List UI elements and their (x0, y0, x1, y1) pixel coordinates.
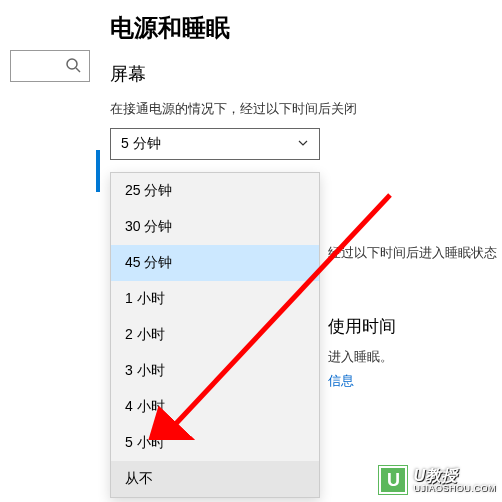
timeout-dropdown-list[interactable]: 25 分钟30 分钟45 分钟1 小时2 小时3 小时4 小时5 小时从不 (110, 172, 320, 498)
watermark-text: U教授 UJIAOSHOU.COM (413, 468, 496, 493)
watermark-url: UJIAOSHOU.COM (413, 484, 496, 493)
dropdown-option[interactable]: 30 分钟 (111, 209, 319, 245)
nav-active-indicator (96, 150, 100, 192)
screen-timeout-dropdown[interactable]: 5 分钟 (110, 128, 320, 160)
dropdown-option[interactable]: 25 分钟 (111, 173, 319, 209)
left-rail (0, 0, 100, 502)
dropdown-option[interactable]: 1 小时 (111, 281, 319, 317)
sleep-timeout-label: 经过以下时间后进入睡眠状态 (328, 244, 497, 262)
info-text: 进入睡眠。 (328, 348, 396, 366)
watermark: U U教授 UJIAOSHOU.COM (379, 466, 496, 494)
dropdown-selected-value: 5 分钟 (121, 135, 161, 153)
search-input[interactable] (10, 50, 90, 82)
search-icon (65, 57, 81, 76)
page-title: 电源和睡眠 (110, 12, 482, 44)
watermark-logo: U (379, 466, 407, 494)
main-content: 电源和睡眠 屏幕 在接通电源的情况下，经过以下时间后关闭 5 分钟 (110, 0, 502, 160)
watermark-logo-letter: U (387, 470, 400, 491)
watermark-brand: U教授 (413, 468, 496, 484)
dropdown-option[interactable]: 2 小时 (111, 317, 319, 353)
dropdown-option[interactable]: 3 小时 (111, 353, 319, 389)
info-title: 使用时间 (328, 315, 396, 338)
dropdown-option[interactable]: 5 小时 (111, 425, 319, 461)
info-block: 使用时间 进入睡眠。 信息 (328, 315, 396, 390)
info-link[interactable]: 信息 (328, 372, 396, 390)
dropdown-option[interactable]: 4 小时 (111, 389, 319, 425)
chevron-down-icon (297, 136, 309, 152)
svg-point-0 (67, 59, 77, 69)
screen-off-label: 在接通电源的情况下，经过以下时间后关闭 (110, 100, 482, 118)
dropdown-option[interactable]: 从不 (111, 461, 319, 497)
dropdown-option[interactable]: 45 分钟 (111, 245, 319, 281)
svg-line-1 (76, 68, 80, 72)
section-screen-title: 屏幕 (110, 62, 482, 86)
